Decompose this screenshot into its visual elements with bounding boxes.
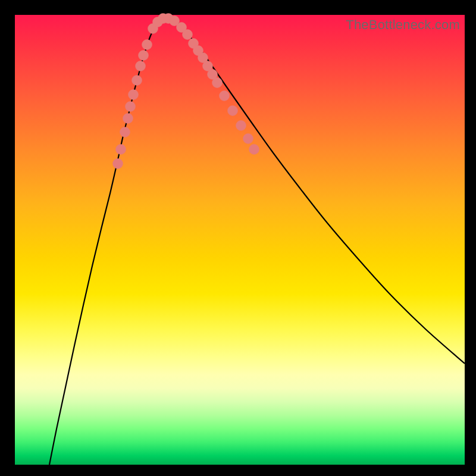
data-dot <box>113 159 123 169</box>
data-dot <box>183 30 193 40</box>
scatter-dots <box>113 14 259 169</box>
data-dot <box>136 61 146 71</box>
data-dot <box>139 51 149 61</box>
bottleneck-curve <box>49 18 465 465</box>
data-dot <box>212 78 223 88</box>
data-dot <box>120 127 130 137</box>
data-dot <box>126 102 136 112</box>
chart-frame: TheBottleneck.com <box>15 15 465 465</box>
data-dot <box>129 90 139 100</box>
data-dot <box>236 121 246 131</box>
data-dot <box>132 76 142 86</box>
data-dot <box>123 114 133 124</box>
data-dot <box>249 145 259 155</box>
data-dot <box>220 91 230 101</box>
data-dot <box>243 134 253 144</box>
data-dot <box>142 40 152 50</box>
chart-svg <box>15 15 465 465</box>
data-dot <box>116 145 126 155</box>
data-dot <box>228 106 238 116</box>
